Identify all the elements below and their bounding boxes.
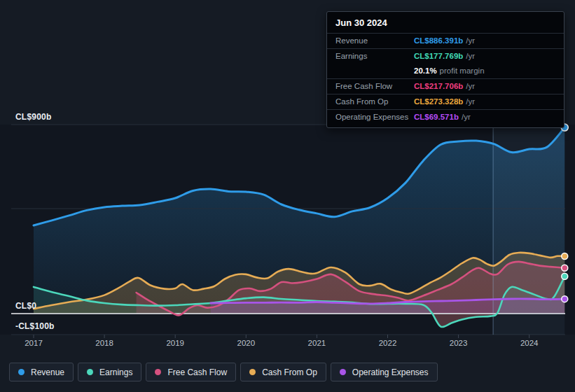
tooltip-row: Cash From Op CL$273.328b /yr [327, 94, 564, 109]
tooltip-row-suffix: /yr [466, 97, 475, 106]
legend-item-label: Operating Expenses [352, 368, 429, 377]
tooltip-row-value: CL$273.328b [414, 97, 463, 106]
tooltip-row-value: CL$69.571b [414, 112, 459, 122]
x-axis-label: 2017 [25, 339, 43, 347]
legend-item-label: Free Cash Flow [167, 368, 227, 377]
tooltip-row-value: CL$886.391b [414, 36, 463, 46]
tooltip-date: Jun 30 2024 [327, 12, 564, 33]
x-axis-label: 2020 [237, 339, 256, 347]
tooltip-row: Free Cash Flow CL$217.706b /yr [327, 78, 564, 94]
tooltip-row-suffix: /yr [466, 51, 475, 61]
x-axis-label: 2022 [379, 339, 397, 347]
y-axis-label-neg100b: -CL$100b [15, 321, 55, 331]
x-axis-label: 2021 [308, 339, 326, 347]
legend-item-free-cash-flow[interactable]: Free Cash Flow [146, 363, 236, 382]
tooltip-row: Operating Expenses CL$69.571b /yr [327, 109, 564, 125]
legend-item-revenue[interactable]: Revenue [9, 363, 74, 382]
tooltip-row: Earnings CL$177.769b /yr [327, 48, 564, 64]
y-axis-label-900b: CL$900b [15, 112, 51, 122]
tooltip-row-label: Free Cash Flow [335, 81, 414, 91]
x-axis-label: 2023 [450, 339, 468, 347]
earnings-revenue-history-chart: { "axis": { "y_top_label": "CL$900b", "y… [0, 0, 575, 392]
tooltip-row-suffix: /yr [466, 81, 475, 91]
tooltip-row-label: Earnings [335, 51, 414, 61]
earnings-dot-icon [87, 369, 93, 375]
y-axis-label-zero: CL$0 [15, 301, 36, 311]
tooltip-row-suffix: /yr [462, 112, 471, 122]
chart-legend: Revenue Earnings Free Cash Flow Cash Fro… [9, 363, 438, 382]
legend-item-operating-expenses[interactable]: Operating Expenses [331, 363, 438, 382]
free-cash-flow-dot-icon [155, 369, 161, 375]
revenue-dot-icon [18, 369, 25, 375]
tooltip-row-value: CL$217.706b [414, 81, 463, 91]
legend-item-label: Earnings [99, 368, 132, 377]
tooltip-row-label: Operating Expenses [335, 112, 414, 122]
tooltip-row: Revenue CL$886.391b /yr [327, 33, 564, 48]
legend-item-label: Revenue [31, 368, 64, 377]
legend-item-earnings[interactable]: Earnings [78, 363, 141, 382]
legend-item-label: Cash From Op [262, 368, 317, 377]
chart-tooltip: Jun 30 2024 Revenue CL$886.391b /yr Earn… [326, 11, 564, 128]
tooltip-row-value: CL$177.769b [414, 51, 463, 61]
tooltip-row-label: Cash From Op [335, 97, 414, 106]
tooltip-row-profit-margin: 20.1% profit margin [327, 64, 564, 78]
tooltip-row-suffix: profit margin [440, 66, 485, 76]
cash-from-op-dot-icon [249, 369, 256, 375]
tooltip-row-suffix: /yr [466, 36, 475, 46]
x-axis: 20172018201920202021202220232024 [0, 339, 575, 350]
tooltip-row-value: 20.1% [414, 66, 437, 76]
legend-item-cash-from-op[interactable]: Cash From Op [240, 363, 326, 382]
operating-expenses-dot-icon [340, 369, 346, 375]
x-axis-label: 2024 [520, 339, 539, 347]
tooltip-row-label: Revenue [335, 36, 414, 46]
x-axis-label: 2019 [166, 339, 184, 347]
x-axis-label: 2018 [95, 339, 113, 347]
